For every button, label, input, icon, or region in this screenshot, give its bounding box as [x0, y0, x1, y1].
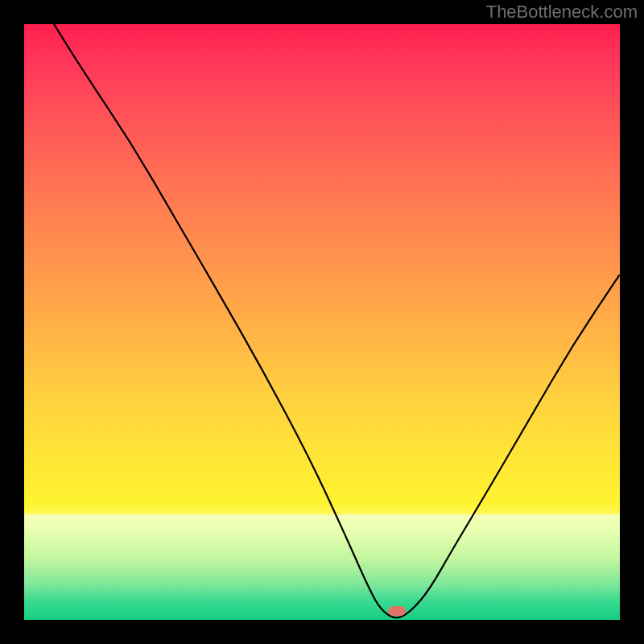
chart-frame: TheBottleneck.com	[0, 0, 644, 644]
curve-path	[54, 24, 620, 617]
bottleneck-curve	[24, 24, 620, 620]
watermark-text: TheBottleneck.com	[486, 2, 638, 23]
optimum-marker	[388, 606, 406, 616]
plot-area	[24, 24, 620, 620]
